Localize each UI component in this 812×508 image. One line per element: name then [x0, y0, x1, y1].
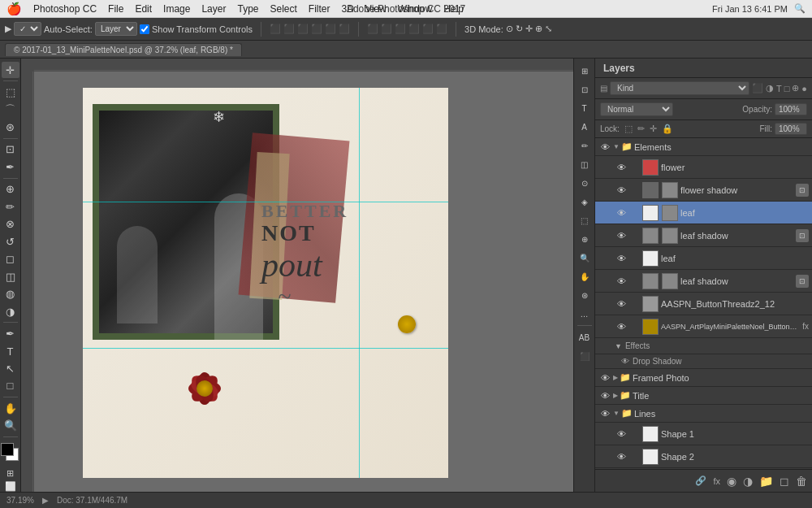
document-tab[interactable]: © 2017-01_13_MiniPaletteNoel.psd @ 37.2%… — [5, 43, 242, 56]
zoom-tool[interactable]: 🔍 — [2, 418, 19, 434]
layer-group-title[interactable]: 👁 ▶ 📁 Title — [595, 387, 812, 405]
new-group-icon[interactable]: 📁 — [759, 475, 773, 488]
menu-layer[interactable]: Layer — [201, 3, 226, 15]
eye-icon-aaspn-btn[interactable]: 👁 — [615, 297, 628, 310]
eye-icon-title[interactable]: 👁 — [598, 389, 611, 402]
expand-elements[interactable]: ▼ — [613, 143, 620, 150]
brush-tool[interactable]: ✏ — [2, 198, 19, 215]
right-tool-2[interactable]: ⊡ — [576, 80, 594, 98]
menu-photoshop[interactable]: Photoshop CC — [33, 3, 97, 15]
right-tool-1[interactable]: ⊞ — [576, 62, 594, 80]
marquee-tool[interactable]: ⬚ — [2, 84, 19, 100]
eye-icon-aaspn-art[interactable]: 👁 — [615, 320, 628, 333]
dist-center-icon[interactable]: ⬛ — [381, 24, 392, 34]
history-brush-tool[interactable]: ↺ — [2, 233, 19, 250]
shape-tool[interactable]: □ — [2, 378, 19, 394]
layer-flower-shadow[interactable]: 👁 flower shadow ⊡ — [595, 179, 812, 202]
filter-shape-icon[interactable]: □ — [784, 84, 790, 93]
layer-group-framed-photo[interactable]: 👁 ▶ 📁 Framed Photo — [595, 369, 812, 387]
color-swatches[interactable] — [1, 443, 20, 464]
layer-leaf[interactable]: 👁 leaf — [595, 202, 812, 224]
path-select-tool[interactable]: ↖ — [2, 360, 19, 376]
canvas-area[interactable]: ❄ BETTER NOT pout ~ — [21, 59, 573, 492]
layer-leaf2[interactable]: 👁 leaf — [595, 247, 812, 270]
quick-select-tool[interactable]: ⊛ — [2, 119, 19, 135]
expand-lines[interactable]: ▼ — [613, 410, 620, 417]
right-tool-6[interactable]: ◫ — [576, 155, 594, 173]
filter-pixel-icon[interactable]: ⬛ — [752, 83, 763, 93]
type-tool[interactable]: T — [2, 343, 19, 359]
dist-left-icon[interactable]: ⬛ — [367, 24, 378, 34]
filter-kind-select[interactable]: Kind — [610, 81, 749, 95]
eye-icon-shape1[interactable]: 👁 — [615, 428, 628, 441]
filter-type-icon2[interactable]: T — [776, 84, 782, 93]
hand-tool[interactable]: ✋ — [2, 400, 19, 416]
layer-group-lines[interactable]: 👁 ▼ 📁 Lines — [595, 405, 812, 423]
filter-smart-icon[interactable]: ⊕ — [792, 83, 799, 93]
apple-menu[interactable]: 🍎 — [6, 2, 22, 16]
menu-filter[interactable]: Filter — [309, 3, 330, 15]
expand-title[interactable]: ▶ — [613, 392, 618, 399]
3d-slide-icon[interactable]: ⊕ — [535, 24, 542, 34]
filter-toggle[interactable]: ● — [801, 84, 807, 93]
layer-leaf-shadow2[interactable]: 👁 leaf shadow ⊡ — [595, 270, 812, 293]
clone-tool[interactable]: ⊗ — [2, 216, 19, 232]
opacity-input[interactable] — [775, 103, 807, 115]
layer-leaf-shadow[interactable]: 👁 leaf shadow ⊡ — [595, 224, 812, 247]
expand-framed-photo[interactable]: ▶ — [613, 374, 618, 381]
eraser-tool[interactable]: ◻ — [2, 251, 19, 267]
crop-tool[interactable]: ⊡ — [2, 141, 19, 158]
layer-group-elements[interactable]: 👁 ▼ 📁 Elements — [595, 138, 812, 156]
3d-pan-icon[interactable]: ✛ — [525, 24, 533, 34]
new-layer-icon[interactable]: ◻ — [780, 475, 789, 488]
right-tool-10[interactable]: ⊕ — [576, 230, 594, 248]
dist-mid-icon[interactable]: ⬛ — [422, 24, 434, 34]
align-mid-icon[interactable]: ⬛ — [325, 24, 336, 34]
layers-list[interactable]: 👁 ▼ 📁 Elements 👁 flower 👁 flower shadow … — [595, 138, 812, 469]
3d-scale-icon[interactable]: ⤡ — [545, 24, 552, 34]
right-tool-13[interactable]: ⊛ — [576, 286, 594, 304]
quick-mask-icon[interactable]: ⊞ — [6, 468, 14, 479]
right-tool-15[interactable]: AB — [576, 328, 594, 346]
layer-shape1[interactable]: 👁 Shape 1 — [595, 423, 812, 445]
fill-input[interactable] — [775, 123, 807, 135]
effect-vis-icon[interactable]: 👁 — [621, 357, 629, 366]
align-left-icon[interactable]: ⬛ — [270, 24, 281, 34]
blend-mode-select[interactable]: Normal — [600, 102, 673, 116]
effects-expand[interactable]: ▼ — [615, 342, 622, 350]
blur-tool[interactable]: ◍ — [2, 285, 19, 302]
filter-adj-icon[interactable]: ◑ — [766, 83, 774, 93]
right-tool-9[interactable]: ⬚ — [576, 211, 594, 229]
eyedropper-tool[interactable]: ✒ — [2, 158, 19, 175]
eye-icon-shape2[interactable]: 👁 — [615, 450, 628, 463]
auto-select-type[interactable]: Layer — [95, 22, 137, 36]
right-tool-11[interactable]: 🔍 — [576, 249, 594, 267]
drop-shadow-item[interactable]: 👁 Drop Shadow — [595, 354, 812, 369]
canvas-content[interactable]: ❄ BETTER NOT pout ~ — [34, 72, 573, 492]
auto-select-checkbox[interactable]: ✓ — [14, 22, 41, 36]
right-tool-7[interactable]: ⊙ — [576, 174, 594, 192]
3d-roll-icon[interactable]: ↻ — [516, 24, 523, 34]
dist-bottom-icon[interactable]: ⬛ — [436, 24, 447, 34]
menu-image[interactable]: Image — [163, 3, 190, 15]
right-tool-8[interactable]: ◈ — [576, 193, 594, 211]
screen-mode-icon[interactable]: ⬜ — [5, 481, 16, 492]
eye-icon-leaf-shadow[interactable]: 👁 — [615, 229, 628, 242]
adjustment-icon[interactable]: ◑ — [743, 475, 753, 488]
right-tool-5[interactable]: ✏ — [576, 137, 594, 154]
eye-icon-leaf2[interactable]: 👁 — [615, 252, 628, 265]
right-tool-12[interactable]: ✋ — [576, 267, 594, 285]
eye-icon-elements[interactable]: 👁 — [598, 141, 611, 154]
layer-shape2[interactable]: 👁 Shape 2 — [595, 445, 812, 468]
lasso-tool[interactable]: ⌒ — [2, 102, 19, 118]
add-mask-icon[interactable]: ◉ — [727, 475, 736, 488]
delete-layer-icon[interactable]: 🗑 — [796, 475, 807, 488]
eye-icon-framed-photo[interactable]: 👁 — [598, 371, 611, 384]
align-top-icon[interactable]: ⬛ — [311, 24, 322, 34]
gradient-tool[interactable]: ◫ — [2, 268, 19, 284]
right-tool-14[interactable]: … — [576, 305, 594, 323]
layer-aaspn-art[interactable]: 👁 AASPN_ArtPlayMiniPaletteNoel_ButtonGol… — [595, 315, 812, 338]
menu-type[interactable]: Type — [237, 3, 258, 15]
dodge-tool[interactable]: ◑ — [2, 303, 19, 319]
lock-all-icon[interactable]: 🔒 — [662, 124, 673, 134]
